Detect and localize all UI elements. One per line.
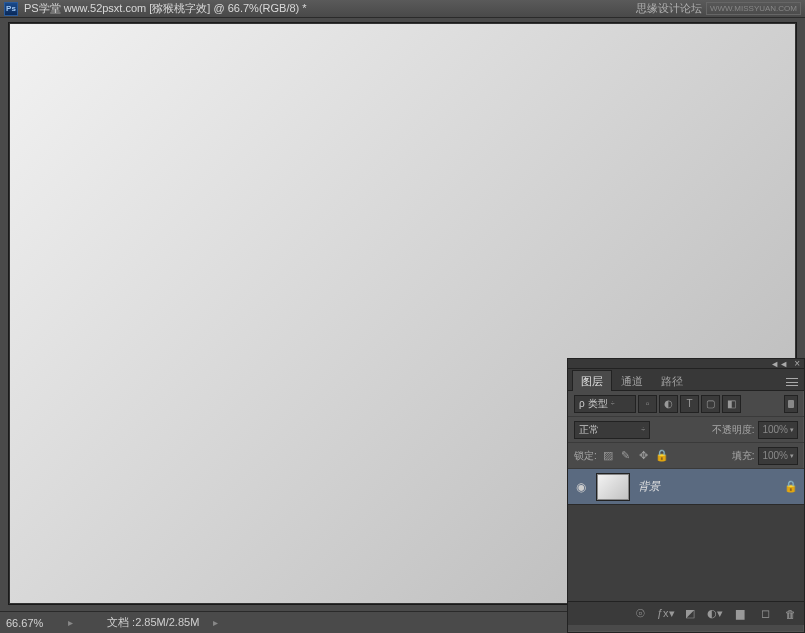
doc-chevron-icon[interactable]: ▸ [213, 617, 218, 628]
layers-panel: ◄◄ × 图层 通道 路径 ρ 类型 ÷ ▫ ◐ T ▢ ◧ 正常 ÷ 不透明度… [567, 358, 805, 633]
new-group-icon[interactable]: ▆ [732, 607, 748, 620]
delete-layer-icon[interactable]: 🗑 [782, 608, 798, 620]
link-layers-icon[interactable]: ⦾ [632, 607, 648, 620]
layer-fx-icon[interactable]: ƒx▾ [657, 607, 673, 620]
tab-paths[interactable]: 路径 [652, 370, 692, 391]
panel-menu-icon[interactable] [780, 374, 804, 390]
title-bar: Ps PS学堂 www.52psxt.com [猕猴桃字效] @ 66.7%(R… [0, 0, 805, 18]
filter-shape-icon[interactable]: ▢ [701, 395, 720, 413]
blend-mode-value: 正常 [579, 423, 599, 437]
watermark: WWW.MISSYUAN.COM [706, 2, 801, 15]
panel-footer: ⦾ ƒx▾ ◩ ◐▾ ▆ ◻ 🗑 [568, 601, 804, 625]
opacity-label: 不透明度: [712, 423, 755, 437]
add-mask-icon[interactable]: ◩ [682, 607, 698, 620]
document-title: PS学堂 www.52psxt.com [猕猴桃字效] @ 66.7%(RGB/… [24, 1, 636, 16]
opacity-value[interactable]: 100% ▾ [758, 421, 798, 439]
filter-kind-label: 类型 [588, 397, 608, 411]
tab-layers[interactable]: 图层 [572, 370, 612, 391]
lock-transparent-icon[interactable]: ▨ [601, 449, 615, 462]
chevron-down-icon: ÷ [611, 400, 615, 407]
lock-all-icon[interactable]: 🔒 [655, 449, 669, 462]
lock-brush-icon[interactable]: ✎ [619, 449, 633, 462]
panel-tabs: 图层 通道 路径 [568, 369, 804, 391]
panel-grip[interactable]: ◄◄ × [568, 359, 804, 369]
doc-size-label: 文档 :2.85M/2.85M [107, 615, 199, 630]
layer-name[interactable]: 背景 [638, 479, 776, 494]
zoom-chevron-icon[interactable]: ▸ [68, 617, 73, 628]
lock-row: 锁定: ▨ ✎ ✥ 🔒 填充: 100% ▾ [568, 443, 804, 469]
fill-label: 填充: [732, 449, 755, 463]
layer-list: ◉ 背景 🔒 [568, 469, 804, 601]
chevron-down-icon: ÷ [641, 426, 645, 433]
title-right: 思缘设计论坛 WWW.MISSYUAN.COM [636, 1, 801, 16]
filter-smart-icon[interactable]: ◧ [722, 395, 741, 413]
ps-app-icon: Ps [4, 2, 18, 16]
filter-toggle[interactable] [784, 395, 798, 413]
forum-text: 思缘设计论坛 [636, 1, 702, 16]
search-icon: ρ [579, 398, 585, 409]
filter-kind-select[interactable]: ρ 类型 ÷ [574, 395, 636, 413]
adjustment-layer-icon[interactable]: ◐▾ [707, 607, 723, 620]
fill-value[interactable]: 100% ▾ [758, 447, 798, 465]
new-layer-icon[interactable]: ◻ [757, 607, 773, 620]
filter-pixel-icon[interactable]: ▫ [638, 395, 657, 413]
blend-mode-select[interactable]: 正常 ÷ [574, 421, 650, 439]
filter-adjust-icon[interactable]: ◐ [659, 395, 678, 413]
layer-row[interactable]: ◉ 背景 🔒 [568, 469, 804, 505]
visibility-eye-icon[interactable]: ◉ [574, 480, 588, 494]
chevron-down-icon: ▾ [790, 426, 794, 434]
collapse-icon[interactable]: ◄◄ [770, 359, 788, 369]
filter-row: ρ 类型 ÷ ▫ ◐ T ▢ ◧ [568, 391, 804, 417]
tab-channels[interactable]: 通道 [612, 370, 652, 391]
zoom-level[interactable]: 66.67% [6, 617, 54, 629]
lock-icon: 🔒 [784, 480, 798, 493]
close-icon[interactable]: × [794, 358, 800, 369]
lock-move-icon[interactable]: ✥ [637, 449, 651, 462]
filter-text-icon[interactable]: T [680, 395, 699, 413]
chevron-down-icon: ▾ [790, 452, 794, 460]
blend-row: 正常 ÷ 不透明度: 100% ▾ [568, 417, 804, 443]
lock-label: 锁定: [574, 449, 597, 463]
layer-thumbnail[interactable] [596, 473, 630, 501]
